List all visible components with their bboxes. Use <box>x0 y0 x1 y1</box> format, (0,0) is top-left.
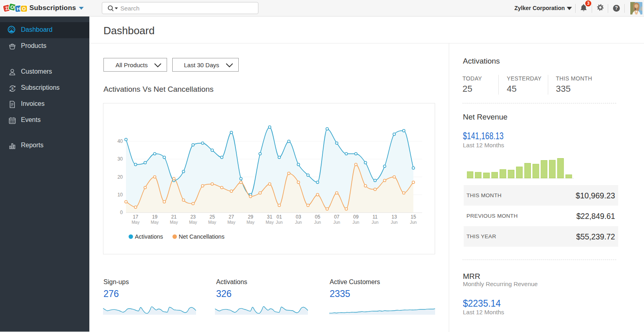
svg-text:25: 25 <box>210 214 215 220</box>
svg-text:Activations: Activations <box>135 233 163 240</box>
svg-text:Jun: Jun <box>295 220 302 225</box>
svg-text:$: $ <box>11 86 14 91</box>
svg-text:10: 10 <box>118 192 123 198</box>
svg-text:01: 01 <box>277 214 282 220</box>
svg-text:May: May <box>208 220 217 225</box>
svg-text:Jun: Jun <box>410 220 417 225</box>
svg-text:20: 20 <box>118 174 123 180</box>
svg-text:17: 17 <box>133 214 138 220</box>
svg-text:09: 09 <box>353 214 359 220</box>
svg-text:11: 11 <box>373 214 378 220</box>
svg-text:07: 07 <box>334 214 340 220</box>
svg-text:May: May <box>246 220 255 225</box>
svg-text:May: May <box>132 220 140 225</box>
svg-text:15: 15 <box>411 214 416 220</box>
svg-text:Jun: Jun <box>314 220 321 225</box>
svg-text:Jun: Jun <box>372 220 378 225</box>
svg-text:Jun: Jun <box>391 220 398 225</box>
svg-text:03: 03 <box>296 214 301 220</box>
svg-text:May: May <box>170 220 178 225</box>
svg-text:30: 30 <box>118 156 123 162</box>
svg-text:Jun: Jun <box>353 220 359 225</box>
svg-text:13: 13 <box>392 214 397 220</box>
svg-text:Jun: Jun <box>276 220 283 225</box>
svg-text:Jun: Jun <box>333 220 340 225</box>
svg-text:19: 19 <box>152 214 158 220</box>
svg-text:May: May <box>266 220 274 225</box>
svg-text:05: 05 <box>315 214 320 220</box>
svg-text:40: 40 <box>118 138 123 144</box>
svg-text:May: May <box>151 220 159 225</box>
svg-text:0: 0 <box>120 210 123 215</box>
svg-text:29: 29 <box>248 214 254 220</box>
svg-text:May: May <box>227 220 236 225</box>
svg-text:May: May <box>189 220 198 225</box>
svg-text:Net Cancellations: Net Cancellations <box>179 233 225 240</box>
svg-text:27: 27 <box>229 214 234 220</box>
svg-text:23: 23 <box>190 214 196 220</box>
svg-text:21: 21 <box>171 214 177 220</box>
svg-text:31: 31 <box>267 214 272 220</box>
